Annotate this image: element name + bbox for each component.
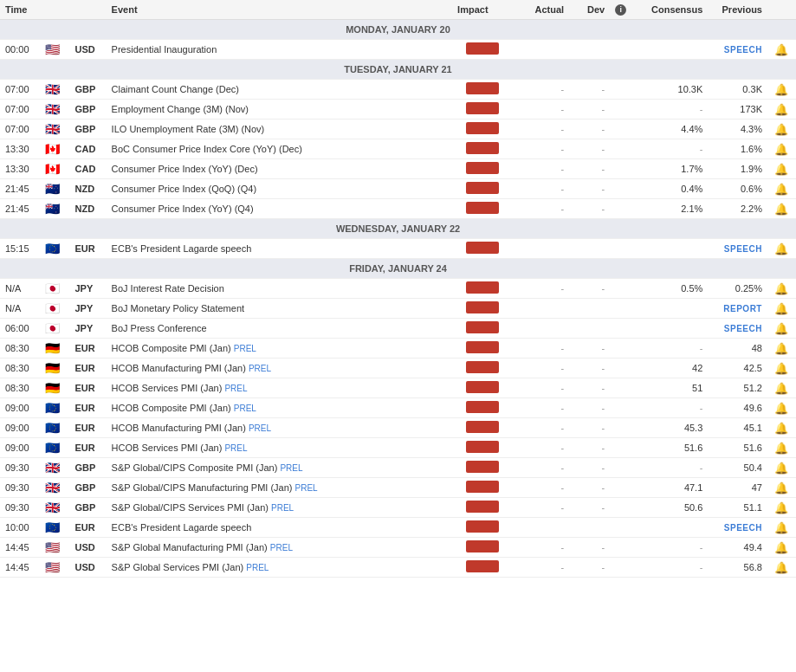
event-consensus: 10.3K: [636, 80, 709, 100]
bell-icon[interactable]: 🔔: [774, 203, 788, 216]
event-actual: [514, 40, 570, 60]
impact-bar: [466, 341, 499, 353]
bell-icon[interactable]: 🔔: [774, 481, 788, 494]
bell-cell[interactable]: 🔔: [767, 179, 796, 199]
col-header-previous: Previous: [708, 0, 767, 20]
col-header-info[interactable]: i: [610, 0, 635, 20]
event-actual: [514, 239, 570, 259]
event-flag: 🇩🇪: [40, 359, 69, 378]
bell-cell[interactable]: 🔔: [767, 159, 796, 179]
event-currency: USD: [70, 40, 107, 60]
event-consensus: REPORT: [636, 299, 767, 319]
event-consensus: -: [636, 398, 709, 418]
day-header-row: TUESDAY, JANUARY 21: [0, 60, 796, 80]
bell-icon[interactable]: 🔔: [774, 422, 788, 435]
bell-icon[interactable]: 🔔: [774, 43, 788, 56]
impact-cell: [452, 199, 513, 219]
bell-cell[interactable]: 🔔: [767, 100, 796, 120]
event-currency: GBP: [70, 458, 107, 478]
speech-link[interactable]: SPEECH: [724, 45, 762, 55]
bell-icon[interactable]: 🔔: [774, 402, 788, 415]
bell-cell[interactable]: 🔔: [767, 359, 796, 378]
bell-cell[interactable]: 🔔: [767, 438, 796, 458]
bell-cell[interactable]: 🔔: [767, 339, 796, 359]
bell-cell[interactable]: 🔔: [767, 538, 796, 558]
impact-cell: [452, 339, 513, 359]
info-icon[interactable]: i: [615, 4, 626, 16]
event-flag: 🇳🇿: [40, 179, 69, 199]
bell-cell[interactable]: 🔔: [767, 558, 796, 578]
event-name: ILO Unemployment Rate (3M) (Nov): [107, 120, 452, 139]
event-flag: 🇪🇺: [40, 418, 69, 438]
bell-cell[interactable]: 🔔: [767, 458, 796, 478]
bell-cell[interactable]: 🔔: [767, 80, 796, 100]
bell-cell[interactable]: 🔔: [767, 199, 796, 219]
bell-icon[interactable]: 🔔: [774, 382, 788, 395]
bell-icon[interactable]: 🔔: [774, 362, 788, 375]
event-time: 21:45: [0, 199, 40, 219]
impact-bar: [466, 142, 499, 154]
bell-cell[interactable]: 🔔: [767, 319, 796, 339]
event-info-spacer: [610, 438, 635, 458]
bell-icon[interactable]: 🔔: [774, 242, 788, 255]
event-info-spacer: [610, 279, 635, 299]
impact-cell: [452, 378, 513, 398]
event-flag: 🇬🇧: [40, 100, 69, 120]
speech-link[interactable]: SPEECH: [724, 244, 762, 254]
event-flag: 🇪🇺: [40, 239, 69, 259]
prel-badge: PREL: [224, 384, 247, 393]
bell-icon[interactable]: 🔔: [774, 442, 788, 455]
col-header-consensus: Consensus: [636, 0, 709, 20]
col-header-bell: [767, 0, 796, 20]
event-previous: 4.3%: [708, 120, 767, 139]
bell-icon[interactable]: 🔔: [774, 302, 788, 315]
bell-icon[interactable]: 🔔: [774, 322, 788, 335]
event-info-spacer: [610, 398, 635, 418]
bell-cell[interactable]: 🔔: [767, 398, 796, 418]
event-currency: USD: [70, 558, 107, 578]
impact-bar: [466, 242, 499, 254]
bell-cell[interactable]: 🔔: [767, 239, 796, 259]
event-dev: -: [569, 378, 610, 398]
bell-icon[interactable]: 🔔: [774, 143, 788, 156]
speech-link[interactable]: SPEECH: [724, 523, 762, 533]
bell-cell[interactable]: 🔔: [767, 279, 796, 299]
bell-icon[interactable]: 🔔: [774, 183, 788, 196]
table-row: 14:45🇺🇸USDS&P Global Manufacturing PMI (…: [0, 538, 796, 558]
event-consensus: -: [636, 100, 709, 120]
event-info-spacer: [610, 418, 635, 438]
bell-cell[interactable]: 🔔: [767, 139, 796, 159]
bell-icon[interactable]: 🔔: [774, 83, 788, 96]
bell-cell[interactable]: 🔔: [767, 378, 796, 398]
bell-icon[interactable]: 🔔: [774, 342, 788, 355]
speech-link[interactable]: SPEECH: [724, 324, 762, 333]
bell-cell[interactable]: 🔔: [767, 498, 796, 518]
bell-icon[interactable]: 🔔: [774, 163, 788, 176]
bell-cell[interactable]: 🔔: [767, 120, 796, 139]
impact-bar: [466, 481, 499, 493]
bell-icon[interactable]: 🔔: [774, 123, 788, 136]
impact-cell: [452, 159, 513, 179]
bell-icon[interactable]: 🔔: [774, 561, 788, 574]
day-header-label: FRIDAY, JANUARY 24: [0, 259, 796, 279]
event-dev: -: [569, 339, 610, 359]
bell-cell[interactable]: 🔔: [767, 518, 796, 538]
bell-cell[interactable]: 🔔: [767, 299, 796, 319]
event-currency: GBP: [70, 80, 107, 100]
bell-icon[interactable]: 🔔: [774, 501, 788, 514]
report-link[interactable]: REPORT: [723, 304, 762, 313]
bell-icon[interactable]: 🔔: [774, 541, 788, 554]
bell-icon[interactable]: 🔔: [774, 282, 788, 295]
bell-icon[interactable]: 🔔: [774, 521, 788, 534]
impact-bar: [466, 421, 499, 433]
event-consensus: 4.4%: [636, 120, 709, 139]
bell-icon[interactable]: 🔔: [774, 103, 788, 116]
event-previous: 51.2: [708, 378, 767, 398]
event-info-spacer: [610, 478, 635, 498]
bell-cell[interactable]: 🔔: [767, 418, 796, 438]
bell-cell[interactable]: 🔔: [767, 40, 796, 60]
prel-badge: PREL: [271, 503, 294, 513]
impact-cell: [452, 100, 513, 120]
bell-icon[interactable]: 🔔: [774, 462, 788, 475]
bell-cell[interactable]: 🔔: [767, 478, 796, 498]
